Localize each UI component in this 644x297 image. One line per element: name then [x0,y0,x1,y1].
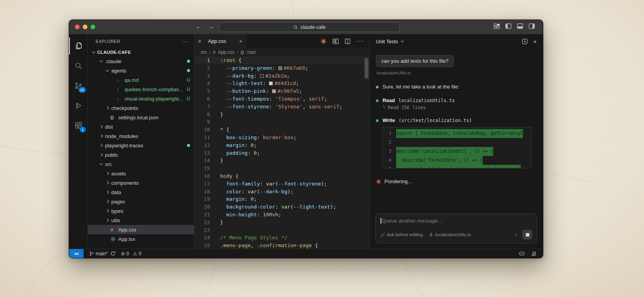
run-debug-activity-button[interactable] [69,97,88,114]
close-tab-icon[interactable]: × [239,38,242,44]
diff-preview[interactable]: 1import { formatDate, translateKey, getC… [382,127,532,168]
minimize-window-button[interactable] [83,25,87,29]
extensions-activity-button[interactable]: 1 [69,117,88,134]
open-changes-icon[interactable] [333,39,339,44]
code-line-21[interactable]: 21 min-height: 100vh; [194,211,369,219]
customize-layout-icon[interactable] [494,23,500,29]
tab-app-css[interactable]: # App.css × [194,34,247,48]
edit-mode-selector[interactable]: Ask before editing [381,232,423,237]
code-line-11[interactable]: 11 box-sizing: border-box; [194,134,369,141]
tree-item-visual-testing-playwright[interactable]: ↓visual-testing-playwright...U [88,94,194,103]
explorer-more-actions-icon[interactable]: ··· [182,38,189,44]
editor-more-actions-icon[interactable]: ··· [356,38,364,45]
explorer-activity-button[interactable] [69,37,88,55]
claude-code-icon[interactable] [320,38,327,44]
problems-item[interactable]: ⊘ 0 ⚠ 0 [121,251,141,256]
search-activity-button[interactable] [69,57,88,74]
tree-item-quebec-french-complian[interactable]: ↓quebec-french-complian...U [88,85,194,94]
markdown-file-icon: ↓ [117,87,124,92]
tree-item--claude[interactable]: .claude [88,57,194,66]
line-number: 20 [194,203,210,211]
tree-item-app-tsx[interactable]: App.tsx [88,234,194,244]
feedback-icon[interactable] [522,39,528,44]
breadcrumb-symbol[interactable]: :root [246,50,256,55]
code-line-24[interactable]: 24/* Menu Page Styles */ [194,234,369,242]
toggle-secondary-sidebar-icon[interactable] [528,23,535,29]
chat-input[interactable] [382,218,532,224]
color-swatch-icon[interactable] [272,89,276,93]
tree-item-components[interactable]: components [88,178,194,187]
tree-item-label: visual-testing-playwright... [125,96,183,102]
code-line-2[interactable]: 2 --primary-green: #667a60; [194,64,369,72]
code-line-6[interactable]: 6 --font-tiempos: 'Tiempos', serif; [194,95,369,103]
slash-command-hint[interactable]: / [515,232,516,237]
tree-item-dist[interactable]: dist [88,122,194,131]
code-line-19[interactable]: 19 margin: 0; [194,195,369,203]
code-line-17[interactable]: 17 font-family: var(--font-styrene); [194,180,369,188]
stop-button[interactable] [523,230,532,239]
chevron-down-icon[interactable] [401,39,404,42]
git-branch-item[interactable]: main* [89,251,116,256]
code-line-18[interactable]: 18 color: var(--dark-bg); [194,188,369,196]
notifications-muted-icon[interactable] [531,251,537,256]
command-center-search[interactable]: claude-cafe [219,22,400,32]
breadcrumb-src[interactable]: src [201,50,207,55]
tree-item-assets[interactable]: assets [88,169,194,178]
tree-item-utils[interactable]: utils [88,216,194,225]
tree-item-data[interactable]: data [88,187,194,197]
forward-button[interactable]: → [208,23,214,30]
code-line-7[interactable]: 7 --font-styrene: 'Styrene', sans-serif; [194,103,369,111]
warning-icon: ⚠ [133,251,137,256]
tree-item-app-css[interactable]: #App.css [88,225,194,234]
toggle-panel-icon[interactable] [517,23,523,29]
tree-item-types[interactable]: types [88,206,194,216]
code-line-5[interactable]: 5 --button-pink: #c98fa5; [194,87,369,95]
code-line-23[interactable]: 23 [194,226,369,234]
tree-item-qa-md[interactable]: ↓qa.mdU [88,75,194,85]
code-editor[interactable]: 1:root {2 --primary-green: #667a60;3 --d… [194,57,369,249]
zoom-window-button[interactable] [91,25,95,29]
code-line-10[interactable]: 10* { [194,126,369,134]
code-line-3[interactable]: 3 --dark-bg: #2a2b2a; [194,72,369,80]
code-line-15[interactable]: 15 [194,164,369,172]
workspace-root-folder[interactable]: CLAUDE-CAFE [88,48,194,57]
code-line-20[interactable]: 20 background-color: var(--light-text); [194,203,369,211]
chat-transcript[interactable]: can you add tests for this file? localiz… [370,49,543,209]
tree-item-public[interactable]: public [88,150,194,159]
split-editor-icon[interactable] [345,39,350,44]
code-line-25[interactable]: 25.menu-page, .confirmation-page { [194,242,369,249]
code-line-16[interactable]: 16body { [194,172,369,180]
code-line-9[interactable]: 9 [194,118,369,126]
code-line-22[interactable]: 22} [194,219,369,226]
tree-item-settings-local-json[interactable]: {}settings.local.json [88,113,194,122]
editor-scrollbar-thumb[interactable] [365,58,368,78]
color-swatch-icon[interactable] [269,81,273,85]
code-line-4[interactable]: 4 --light-text: #d4d1cd; [194,80,369,87]
code-line-13[interactable]: 13 padding: 0; [194,149,369,157]
copilot-icon[interactable] [519,251,525,256]
tree-item-playwright-traces[interactable]: playwright-traces [88,141,194,150]
tree-item-pages[interactable]: pages [88,197,194,206]
git-status-badge: U [187,96,190,101]
tree-item-agents[interactable]: agents [88,66,194,75]
color-swatch-icon[interactable] [278,66,282,70]
close-panel-icon[interactable]: × [533,38,537,45]
remote-indicator[interactable]: >< [69,249,84,258]
code-line-14[interactable]: 14} [194,157,369,164]
source-control-activity-button[interactable]: 25 [69,77,88,94]
chat-input-box[interactable]: Ask before editing localizationUtils.ts … [375,214,537,243]
code-line-1[interactable]: 1:root { [194,57,369,64]
tree-item-checkpoints[interactable]: checkpoints [88,103,194,113]
code-line-12[interactable]: 12 margin: 0; [194,141,369,149]
attached-file-chip[interactable]: localizationUtils.ts [429,232,471,237]
breadcrumb-file[interactable]: App.css [218,50,235,55]
line-number: 2 [194,64,210,72]
color-swatch-icon[interactable] [260,74,264,78]
code-line-8[interactable]: 8} [194,111,369,118]
tree-item-src[interactable]: src [88,159,194,169]
chat-title[interactable]: Unit Tests [376,39,398,44]
close-window-button[interactable] [75,25,80,29]
back-button[interactable]: ← [196,23,202,30]
tree-item-node-modules[interactable]: node_modules [88,131,194,141]
toggle-primary-sidebar-icon[interactable] [505,23,512,29]
